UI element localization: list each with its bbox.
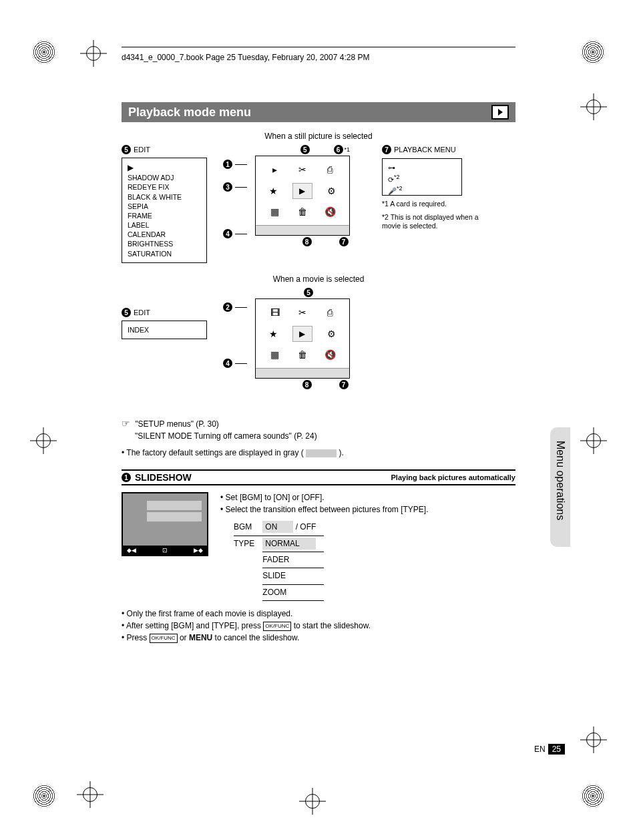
factory-note-pre: The factory default settings are display… [126,448,303,457]
settings-table: BGM ON / OFF TYPE NORMAL FADER SLIDE ZOO… [234,519,324,601]
edit-box-still: ▶ SHADOW ADJ REDEYE FIX BLACK & WHITE SE… [122,158,207,263]
edit-item: BRIGHTNESS [128,239,201,248]
erase-icon: 🗑 [296,206,308,218]
note-text: to cancel the slideshow. [212,633,299,642]
callout-number: 8 [302,237,312,246]
footnote-2: *2 This is not displayed when a movie is… [382,213,482,231]
favorite-icon: ★ [268,328,280,340]
silent-icon: 🔇 [324,206,336,218]
playback-icon [491,105,509,120]
callout-number: 7 [339,237,349,246]
settings-label: TYPE [234,536,262,552]
callout-number: 4 [223,229,232,238]
callout-number: 6 [334,145,343,154]
callout-number: 8 [302,380,312,389]
callout-number: 2 [223,302,232,312]
screen-field [147,501,202,510]
edit-label-text: EDIT [134,308,150,317]
bottom-callouts-still: 8 7 [255,237,362,246]
rotate-icon-row: ⟳*2 [388,173,456,184]
setup-icon: ⚙ [325,185,337,197]
edit-item: SHADOW ADJ [128,173,201,182]
setup-icon: ⚙ [325,328,337,340]
settings-rest: / OFF [296,522,316,532]
grid-bottom-bar [256,225,349,235]
callout-number: 3 [223,182,232,192]
edit-item: REDEYE FIX [128,182,201,192]
print-icon: ⎙ [324,306,336,319]
edit-item: SEPIA [128,202,201,211]
callout-number: 5 [304,288,313,297]
subsection-title: SLIDESHOW [135,472,192,483]
erase-icon: 🗑 [296,349,308,361]
scissors-icon: ✂ [296,306,308,319]
play-center-icon: ▶ [292,326,312,342]
crossref-text: "SILENT MODE Turning off camera sounds" … [135,431,317,442]
calendar-icon: ▦ [269,349,281,361]
callout-number: 7 [382,145,391,154]
page-lang: EN [534,745,546,754]
ok-glyph: ⊡ [162,547,168,554]
edit-item: FRAME [128,211,201,220]
okfunc-button: OK/FUNC [263,622,291,631]
edit-label-still: 5 EDIT [122,145,215,154]
bullet-text: Select the transition effect between pic… [226,505,429,514]
gray-swatch [306,449,337,457]
next-glyph: ▶◆ [194,547,203,554]
back-glyph: ◆◀ [127,547,136,554]
note-text: Only the first frame of each movie is di… [127,609,293,618]
slideshow-options: • Set [BGM] to [ON] or [OFF]. • Select t… [220,492,515,601]
calendar-icon: ▦ [269,206,281,218]
crop-cross [580,93,607,120]
page-content: d4341_e_0000_7.book Page 25 Tuesday, Feb… [122,47,515,644]
screen-bottom-bar: ◆◀ ⊡ ▶◆ [123,546,207,555]
settings-option: FADER [262,552,324,568]
crop-cross [580,427,607,454]
settings-default: NORMAL [262,538,315,550]
print-icon: ⎙ [324,164,336,176]
still-diagram-row: 5 EDIT ▶ SHADOW ADJ REDEYE FIX BLACK & W… [122,145,515,265]
settings-label: BGM [234,519,262,536]
top-callouts-movie: 5 [255,288,362,297]
screen-mock: ◆◀ ⊡ ▶◆ [122,492,208,556]
factory-note-post: ). [339,448,344,457]
slideshow-heading: 1 SLIDESHOW Playing back pictures automa… [122,469,515,485]
crop-cross [77,781,103,808]
edit-item: BLACK & WHITE [128,192,201,202]
page-num: 25 [548,744,565,755]
factory-note: • The factory default settings are displ… [122,448,515,457]
note-text: or [178,633,189,642]
crop-cross [580,726,607,753]
edit-label-text: EDIT [134,146,150,154]
crossref-block: ☞ "SETUP menus" (P. 30) "SILENT MODE Tur… [122,417,515,441]
top-callouts-still: 5 6*1 [255,145,362,154]
slideshow-icon: ▸ [269,164,281,176]
settings-default: ON [262,521,293,533]
callout-number: 5 [122,308,131,317]
slideshow-notes: • Only the first frame of each movie is … [122,608,515,644]
crop-cross [299,788,326,815]
edit-item: LABEL [128,220,201,230]
crop-corner [32,40,56,64]
okfunc-button: OK/FUNC [150,634,178,643]
voice-icon-row: 🎤*2 [388,184,456,196]
edit-box-movie: INDEX [122,321,207,339]
play-center-icon: ▶ [292,183,312,199]
crop-corner [581,40,605,64]
settings-option: ZOOM [262,584,324,600]
crop-cross [80,40,107,67]
section-title-text: Playback mode menu [128,106,251,120]
callout-number: 5 [122,145,131,154]
edit-item: CALENDAR [128,230,201,239]
caption-still: When a still picture is selected [122,132,515,141]
playback-menu-box: ⊶ ⟳*2 🎤*2 [382,158,462,196]
callout-number: 4 [223,359,232,368]
pointer-icon: ☞ [122,418,130,429]
note-text: Press [127,633,150,642]
footnote-1: *1 A card is required. [382,200,482,209]
edit-item: INDEX [128,325,201,335]
note-text: to start the slideshow. [291,621,371,630]
edit-label-movie: 5 EDIT [122,308,215,317]
crop-corner [581,784,605,808]
bottom-callouts-movie: 8 7 [255,380,362,389]
